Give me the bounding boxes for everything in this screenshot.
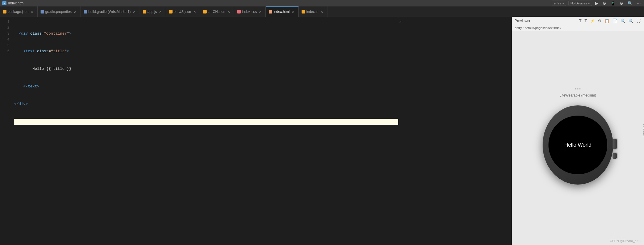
more-button[interactable]: ⋯: [636, 1, 642, 6]
tab-label-app-js: app.js: [148, 10, 157, 14]
code-line-6[interactable]: [14, 119, 398, 125]
tab-label-build-gradle: build.gradle (WristMarket1): [88, 10, 131, 14]
tab-close-build-gradle[interactable]: ×: [132, 9, 137, 14]
dot-3: [579, 88, 581, 89]
tab-label-package-json: package.json: [8, 10, 29, 14]
tab-close-zh-cn-json[interactable]: ×: [226, 9, 231, 14]
code-lines[interactable]: <div class="container"> <text class="tit…: [12, 17, 398, 245]
tab-icon-build-gradle: [84, 10, 87, 13]
watch-hello-text: Hello World: [564, 142, 592, 148]
tab-en-us-json[interactable]: en-US.json ×: [166, 6, 200, 17]
previewer-canvas: LiteWearable (medium) Hello World: [512, 31, 644, 245]
search-button[interactable]: 🔍: [627, 1, 633, 6]
title-bar-right: entry ▾ No Devices ▾ ▶ ⚙ 📱 ⚙ 🔍 ⋯: [552, 1, 642, 6]
previewer-header: Previewer T T ⚡ ⚙ 📋 📄 🔍 🔍 ⛶: [512, 17, 644, 25]
tab-icon-package-json: [3, 10, 6, 13]
line-num-3: 3: [2, 31, 9, 37]
tab-label-zh-cn-json: zh-CN.json: [208, 10, 225, 14]
tab-label-en-us-json: en-US.json: [174, 10, 191, 14]
prev-btn-1[interactable]: T: [578, 18, 582, 23]
device-button[interactable]: 📱: [610, 1, 616, 6]
blank-middle-area: [403, 17, 512, 245]
check-mark: ✓: [398, 17, 403, 245]
code-line-3: Hello {{ title }}: [14, 66, 398, 72]
code-line-2: <text class="title">: [14, 48, 398, 54]
tab-label-index-css: index.css: [242, 10, 257, 14]
tab-build-gradle[interactable]: build.gradle (WristMarket1) ×: [81, 6, 140, 17]
title-bar: i index.html entry ▾ No Devices ▾ ▶ ⚙ 📱 …: [0, 0, 644, 6]
app-icon: i: [2, 1, 6, 5]
tab-label-gradle-properties: gradle.properties: [45, 10, 72, 14]
line-num-1: 1: [2, 19, 9, 25]
tab-icon-index-html: [269, 10, 272, 13]
prev-btn-2[interactable]: T: [584, 18, 588, 23]
watermark: CSDN @Dream_Kit...: [610, 239, 641, 243]
code-line-1: <div class="container">: [14, 31, 398, 37]
prev-btn-zoom-in[interactable]: 🔍: [620, 18, 626, 23]
tab-close-index-html[interactable]: ×: [291, 9, 295, 14]
watch-outer: Hello World: [543, 105, 613, 185]
prev-btn-expand[interactable]: ⛶: [636, 18, 641, 23]
settings-button[interactable]: ⚙: [619, 1, 624, 6]
devices-label: No Devices: [571, 1, 587, 5]
code-line-4: </text>: [14, 84, 398, 89]
tab-close-gradle-properties[interactable]: ×: [73, 9, 78, 14]
tab-close-index-css[interactable]: ×: [258, 9, 262, 14]
dot-1: [575, 88, 576, 89]
tab-label-index-js: index.js: [306, 10, 318, 14]
tab-close-app-js[interactable]: ×: [158, 9, 163, 14]
watch-crown-top: [613, 139, 617, 149]
prev-btn-5[interactable]: 📋: [604, 18, 610, 23]
entry-dropdown[interactable]: entry ▾: [552, 1, 566, 6]
devices-dropdown[interactable]: No Devices ▾: [568, 1, 592, 6]
run-button[interactable]: ▶: [594, 1, 599, 6]
editor-area[interactable]: 1 2 3 4 5 6 <div class="container"> <tex…: [0, 17, 403, 245]
line-numbers: 1 2 3 4 5 6: [0, 17, 12, 245]
prev-btn-6[interactable]: 📄: [612, 18, 618, 23]
previewer-title: Previewer: [515, 19, 530, 23]
editor-content[interactable]: 1 2 3 4 5 6 <div class="container"> <tex…: [0, 17, 403, 245]
tab-bar: package.json × gradle.properties × build…: [0, 6, 644, 17]
tab-icon-zh-cn-json: [203, 10, 207, 13]
device-name-text: LiteWearable (medium): [560, 93, 596, 97]
entry-arrow: ▾: [562, 1, 564, 5]
devices-arrow: ▾: [588, 1, 590, 5]
tab-icon-gradle-properties: [41, 10, 44, 13]
line-num-4: 4: [2, 37, 9, 43]
title-bar-text: index.html: [8, 1, 24, 5]
previewer-toolbar: T T ⚡ ⚙ 📋 📄 🔍 🔍 ⛶: [578, 18, 641, 23]
previewer-side-label: Previewer: [643, 124, 644, 137]
tab-icon-app-js: [143, 10, 146, 13]
prev-btn-zoom-out[interactable]: 🔍: [628, 18, 634, 23]
tab-close-en-us-json[interactable]: ×: [192, 9, 197, 14]
watch-crown-bottom: [613, 153, 617, 159]
prev-btn-3[interactable]: ⚡: [589, 18, 596, 23]
tab-package-json[interactable]: package.json ×: [0, 6, 38, 17]
line-num-5: 5: [2, 43, 9, 48]
watch-container: Hello World: [540, 102, 616, 187]
code-line-5: </div>: [14, 101, 398, 107]
previewer-path: entry : default/pages/index/index: [512, 25, 644, 31]
tab-icon-en-us-json: [169, 10, 173, 13]
entry-label: entry: [554, 1, 561, 5]
tab-icon-index-js: [302, 10, 305, 13]
debug-button[interactable]: ⚙: [602, 1, 607, 6]
watch-screen: Hello World: [548, 116, 607, 174]
dot-2: [577, 88, 578, 89]
main-area: 1 2 3 4 5 6 <div class="container"> <tex…: [0, 17, 644, 245]
tab-index-js[interactable]: index.js ×: [299, 6, 327, 17]
tab-index-html[interactable]: index.html ×: [266, 6, 299, 17]
tab-icon-index-css: [237, 10, 241, 13]
tab-app-js[interactable]: app.js ×: [140, 6, 166, 17]
previewer-panel: Previewer T T ⚡ ⚙ 📋 📄 🔍 🔍 ⛶ entry : defa…: [512, 17, 644, 245]
tab-zh-cn-json[interactable]: zh-CN.json ×: [200, 6, 234, 17]
tab-index-css[interactable]: index.css ×: [234, 6, 266, 17]
tab-gradle-properties[interactable]: gradle.properties ×: [38, 6, 81, 17]
dots-menu[interactable]: [575, 88, 581, 89]
tab-close-package-json[interactable]: ×: [30, 9, 34, 14]
tab-close-index-js[interactable]: ×: [320, 9, 324, 14]
tab-label-index-html: index.html: [273, 10, 290, 14]
device-name-label: LiteWearable (medium): [560, 92, 596, 98]
line-num-6: 6: [2, 48, 9, 54]
prev-btn-4[interactable]: ⚙: [597, 18, 602, 23]
